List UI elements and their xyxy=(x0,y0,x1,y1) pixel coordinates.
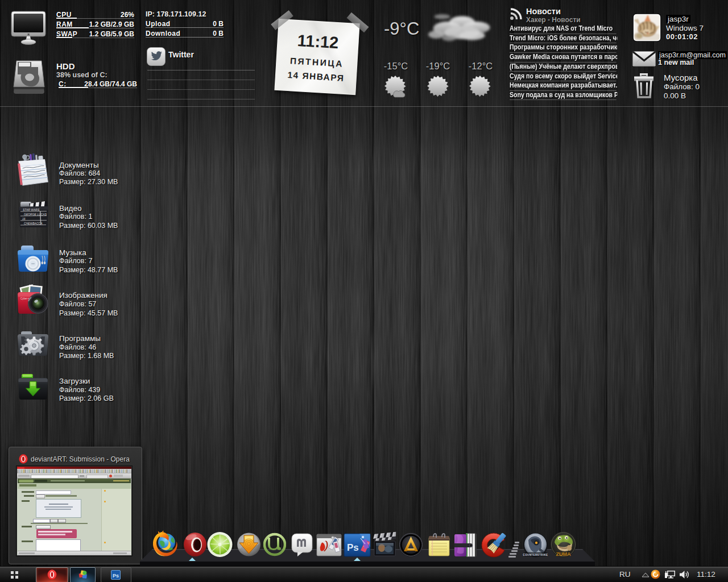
svg-text:ZUMA: ZUMA xyxy=(556,551,571,557)
svg-text:Ps: Ps xyxy=(113,573,119,579)
svg-text:GEORGE LUCAS: GEORGE LUCAS xyxy=(24,213,47,216)
svg-text:STAR WARS: STAR WARS xyxy=(23,208,40,211)
svg-text:COUNTERSTRIKE: COUNTERSTRIKE xyxy=(523,554,548,556)
svg-text:Ps: Ps xyxy=(347,542,359,553)
svg-text:16: 16 xyxy=(22,217,26,221)
svg-text:CHEWBACCA: CHEWBACCA xyxy=(24,222,43,225)
